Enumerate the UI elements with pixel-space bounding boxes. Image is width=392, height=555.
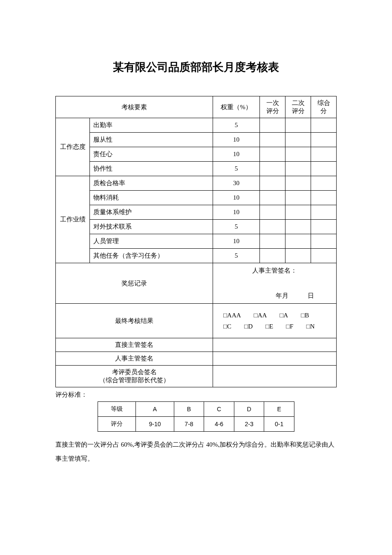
grade-cell: D xyxy=(234,402,264,417)
header-element: 考核要素 xyxy=(56,96,213,118)
final-result-label: 最终考核结果 xyxy=(56,304,213,338)
score2-cell[interactable] xyxy=(285,162,311,176)
range-cell: 2-3 xyxy=(234,417,264,432)
item-label: 质检合格率 xyxy=(90,176,213,191)
total-cell[interactable] xyxy=(311,205,337,220)
grade-option[interactable]: □N xyxy=(306,323,315,330)
score2-cell[interactable] xyxy=(285,176,311,191)
score1-cell[interactable] xyxy=(260,162,285,176)
hr-sig-label: 人事主管签名： xyxy=(218,267,331,275)
total-cell[interactable] xyxy=(311,234,337,249)
grade-label: 等级 xyxy=(98,402,136,417)
score1-cell[interactable] xyxy=(260,191,285,205)
score2-cell[interactable] xyxy=(285,133,311,147)
score2-cell[interactable] xyxy=(285,220,311,234)
item-label: 出勤率 xyxy=(90,118,213,133)
score1-cell[interactable] xyxy=(260,176,285,191)
record-label: 奖惩记录 xyxy=(56,263,213,304)
score1-cell[interactable] xyxy=(260,249,285,263)
grade-option[interactable]: □A xyxy=(280,311,288,319)
score2-cell[interactable] xyxy=(285,191,311,205)
item-label: 物料消耗 xyxy=(90,191,213,205)
score1-cell[interactable] xyxy=(260,234,285,249)
grade-option[interactable]: □AA xyxy=(254,311,267,319)
committee-sig-cell[interactable] xyxy=(213,366,337,387)
total-cell[interactable] xyxy=(311,191,337,205)
range-cell: 9-10 xyxy=(136,417,174,432)
range-cell: 4-6 xyxy=(204,417,234,432)
score-label: 评分 xyxy=(98,417,136,432)
grade-cell: E xyxy=(264,402,294,417)
page-title: 某有限公司品质部部长月度考核表 xyxy=(55,60,337,75)
header-total: 综合分 xyxy=(311,96,337,118)
score1-cell[interactable] xyxy=(260,133,285,147)
grade-option[interactable]: □AAA xyxy=(223,311,241,319)
item-label: 对外技术联系 xyxy=(90,220,213,234)
item-label: 人员管理 xyxy=(90,234,213,249)
total-cell[interactable] xyxy=(311,118,337,133)
item-weight: 30 xyxy=(213,176,260,191)
item-label: 其他任务（含学习任务） xyxy=(90,249,213,263)
range-cell: 0-1 xyxy=(264,417,294,432)
item-weight: 10 xyxy=(213,147,260,162)
item-weight: 10 xyxy=(213,205,260,220)
grade-cell: C xyxy=(204,402,234,417)
assessment-table: 考核要素 权重（%） 一次评分 二次评分 综合分 工作态度 出勤率 5 服从性 … xyxy=(55,96,337,387)
score1-cell[interactable] xyxy=(260,220,285,234)
item-weight: 5 xyxy=(213,162,260,176)
committee-sig-main: 考评委员会签名 xyxy=(59,368,209,376)
committee-sig-sub: （综合管理部部长代签） xyxy=(59,376,209,384)
footnote: 直接主管的一次评分占 60%,考评委员会的二次评分占 40%,加权分为综合分。出… xyxy=(55,438,337,466)
grade-option[interactable]: □F xyxy=(286,323,293,330)
item-label: 责任心 xyxy=(90,147,213,162)
total-cell[interactable] xyxy=(311,162,337,176)
header-score1: 一次评分 xyxy=(260,96,285,118)
header-weight: 权重（%） xyxy=(213,96,260,118)
item-weight: 10 xyxy=(213,133,260,147)
item-label: 质量体系维护 xyxy=(90,205,213,220)
date-label: 年月 日 xyxy=(218,292,331,300)
standard-title: 评分标准： xyxy=(55,391,337,399)
score2-cell[interactable] xyxy=(285,147,311,162)
item-weight: 5 xyxy=(213,118,260,133)
total-cell[interactable] xyxy=(311,220,337,234)
grade-option[interactable]: □B xyxy=(301,311,309,319)
score2-cell[interactable] xyxy=(285,205,311,220)
section-name: 工作态度 xyxy=(56,118,90,176)
hr-sig-cell[interactable] xyxy=(213,352,337,366)
total-cell[interactable] xyxy=(311,249,337,263)
final-result-options[interactable]: □AAA□AA□A□B□C□D□E□F□N xyxy=(213,304,337,338)
item-weight: 10 xyxy=(213,234,260,249)
total-cell[interactable] xyxy=(311,176,337,191)
item-label: 协作性 xyxy=(90,162,213,176)
grade-cell: B xyxy=(174,402,204,417)
range-cell: 7-8 xyxy=(174,417,204,432)
item-label: 服从性 xyxy=(90,133,213,147)
score2-cell[interactable] xyxy=(285,118,311,133)
standard-table: 等级 ABCDE 评分 9-107-84-62-30-1 xyxy=(98,401,294,432)
grade-option[interactable]: □D xyxy=(244,323,253,330)
item-weight: 10 xyxy=(213,191,260,205)
score1-cell[interactable] xyxy=(260,205,285,220)
grade-cell: A xyxy=(136,402,174,417)
direct-sig-cell[interactable] xyxy=(213,338,337,352)
section-name: 工作业绩 xyxy=(56,176,90,263)
total-cell[interactable] xyxy=(311,147,337,162)
committee-sig-label: 考评委员会签名 （综合管理部部长代签） xyxy=(56,366,213,387)
item-weight: 5 xyxy=(213,220,260,234)
score1-cell[interactable] xyxy=(260,147,285,162)
header-score2: 二次评分 xyxy=(285,96,311,118)
score2-cell[interactable] xyxy=(285,234,311,249)
record-cell[interactable]: 人事主管签名： 年月 日 xyxy=(213,263,337,304)
grade-option[interactable]: □C xyxy=(223,323,231,330)
total-cell[interactable] xyxy=(311,133,337,147)
score2-cell[interactable] xyxy=(285,249,311,263)
item-weight: 5 xyxy=(213,249,260,263)
hr-sig-label: 人事主管签名 xyxy=(56,352,213,366)
score1-cell[interactable] xyxy=(260,118,285,133)
grade-option[interactable]: □E xyxy=(265,323,273,330)
direct-sig-label: 直接主管签名 xyxy=(56,338,213,352)
